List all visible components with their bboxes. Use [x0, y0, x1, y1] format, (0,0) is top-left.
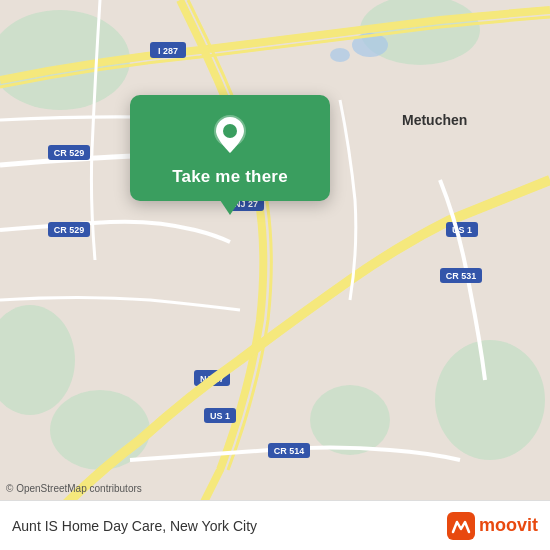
- location-info-text: Aunt IS Home Day Care, New York City: [12, 518, 257, 534]
- svg-text:CR 531: CR 531: [446, 271, 477, 281]
- svg-text:© OpenStreetMap contributors: © OpenStreetMap contributors: [6, 483, 142, 494]
- svg-point-6: [310, 385, 390, 455]
- moovit-brand-icon: [447, 512, 475, 540]
- popup-card[interactable]: Take me there: [130, 95, 330, 201]
- svg-rect-31: [447, 512, 475, 540]
- svg-text:I 287: I 287: [158, 46, 178, 56]
- map-container: I 287 NJ 27 NJ 27 US 1 US 1 CR 529 CR 52…: [0, 0, 550, 500]
- moovit-logo: moovit: [447, 512, 538, 540]
- moovit-text: moovit: [479, 515, 538, 536]
- svg-point-3: [435, 340, 545, 460]
- svg-text:Metuchen: Metuchen: [402, 112, 467, 128]
- take-me-there-button[interactable]: Take me there: [172, 167, 288, 187]
- location-pin-icon: [208, 113, 252, 157]
- svg-point-30: [223, 124, 237, 138]
- info-bar: Aunt IS Home Day Care, New York City moo…: [0, 500, 550, 550]
- svg-point-8: [330, 48, 350, 62]
- svg-text:US 1: US 1: [210, 411, 230, 421]
- svg-text:CR 514: CR 514: [274, 446, 305, 456]
- svg-text:CR 529: CR 529: [54, 148, 85, 158]
- svg-text:CR 529: CR 529: [54, 225, 85, 235]
